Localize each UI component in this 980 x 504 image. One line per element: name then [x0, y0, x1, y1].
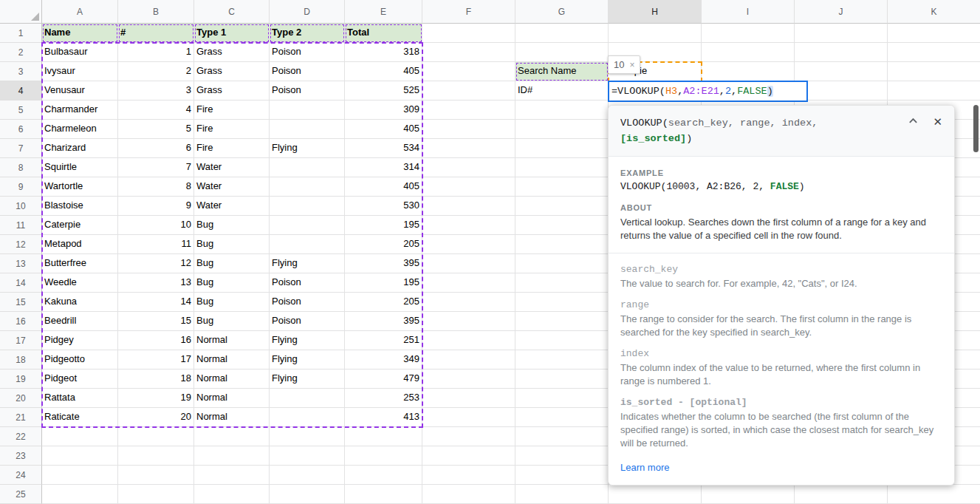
- cell-G19[interactable]: [515, 370, 609, 389]
- row-header-17[interactable]: 17: [0, 331, 42, 350]
- cell-A4[interactable]: Venusaur: [42, 81, 118, 101]
- row-header-14[interactable]: 14: [0, 273, 42, 293]
- cell-G13[interactable]: [515, 254, 609, 273]
- cell-F24[interactable]: [422, 466, 515, 485]
- collapse-icon[interactable]: [908, 116, 918, 127]
- cell-A22[interactable]: [42, 427, 118, 446]
- cell-G8[interactable]: [515, 158, 609, 177]
- cell-F19[interactable]: [422, 370, 515, 389]
- cell-E2[interactable]: 318: [345, 43, 422, 62]
- cell-G12[interactable]: [515, 235, 609, 254]
- row-header-25[interactable]: 25: [0, 485, 42, 504]
- cell-I25[interactable]: [702, 485, 795, 504]
- cell-A19[interactable]: Pidgeot: [42, 370, 118, 389]
- cell-C22[interactable]: [194, 427, 270, 446]
- column-header-E[interactable]: E: [345, 0, 422, 24]
- cell-B20[interactable]: 19: [118, 389, 194, 408]
- cell-A25[interactable]: [42, 485, 118, 504]
- cell-F14[interactable]: [422, 273, 515, 293]
- cell-B16[interactable]: 15: [118, 312, 194, 331]
- cell-B24[interactable]: [118, 466, 194, 485]
- cell-G24[interactable]: [515, 466, 609, 485]
- cell-C13[interactable]: Bug: [194, 254, 270, 273]
- cell-A7[interactable]: Charizard: [42, 139, 118, 158]
- column-header-C[interactable]: C: [194, 0, 270, 24]
- cell-E20[interactable]: 253: [345, 389, 422, 408]
- cell-E9[interactable]: 405: [345, 177, 422, 197]
- cell-F17[interactable]: [422, 331, 515, 350]
- cell-G11[interactable]: [515, 216, 609, 235]
- cell-E10[interactable]: 530: [345, 197, 422, 216]
- cell-G17[interactable]: [515, 331, 609, 350]
- row-header-10[interactable]: 10: [0, 197, 42, 216]
- cell-B13[interactable]: 12: [118, 254, 194, 273]
- cell-F16[interactable]: [422, 312, 515, 331]
- cell-F1[interactable]: [422, 24, 515, 43]
- cell-A24[interactable]: [42, 466, 118, 485]
- cell-E15[interactable]: 205: [345, 293, 422, 312]
- cell-C19[interactable]: Normal: [194, 370, 270, 389]
- cell-K1[interactable]: [888, 24, 980, 43]
- cell-F6[interactable]: [422, 120, 515, 139]
- cell-A18[interactable]: Pidgeotto: [42, 350, 118, 370]
- cell-J1[interactable]: [795, 24, 888, 43]
- cell-A13[interactable]: Butterfree: [42, 254, 118, 273]
- cell-E11[interactable]: 195: [345, 216, 422, 235]
- cell-H25[interactable]: [609, 485, 702, 504]
- cell-D2[interactable]: Poison: [270, 43, 345, 62]
- cell-F25[interactable]: [422, 485, 515, 504]
- cell-F3[interactable]: [422, 62, 515, 81]
- cell-F12[interactable]: [422, 235, 515, 254]
- cell-C17[interactable]: Normal: [194, 331, 270, 350]
- column-header-F[interactable]: F: [422, 0, 515, 24]
- cell-E7[interactable]: 534: [345, 139, 422, 158]
- cell-E19[interactable]: 479: [345, 370, 422, 389]
- cell-I2[interactable]: [702, 43, 795, 62]
- row-header-2[interactable]: 2: [0, 43, 42, 62]
- cell-G3[interactable]: Search Name: [515, 62, 609, 81]
- cell-B4[interactable]: 3: [118, 81, 194, 101]
- cell-B21[interactable]: 20: [118, 408, 194, 427]
- cell-D10[interactable]: [270, 197, 345, 216]
- cell-C24[interactable]: [194, 466, 270, 485]
- cell-F22[interactable]: [422, 427, 515, 446]
- cell-E4[interactable]: 525: [345, 81, 422, 101]
- cell-D6[interactable]: [270, 120, 345, 139]
- cell-E21[interactable]: 413: [345, 408, 422, 427]
- column-header-I[interactable]: I: [702, 0, 795, 24]
- cell-B10[interactable]: 9: [118, 197, 194, 216]
- cell-A10[interactable]: Blastoise: [42, 197, 118, 216]
- cell-G25[interactable]: [515, 485, 609, 504]
- row-header-18[interactable]: 18: [0, 350, 42, 370]
- cell-C23[interactable]: [194, 446, 270, 466]
- cell-G14[interactable]: [515, 273, 609, 293]
- cell-D14[interactable]: Poison: [270, 273, 345, 293]
- cell-A11[interactable]: Caterpie: [42, 216, 118, 235]
- cell-F9[interactable]: [422, 177, 515, 197]
- cell-D15[interactable]: Poison: [270, 293, 345, 312]
- row-header-9[interactable]: 9: [0, 177, 42, 197]
- cell-B7[interactable]: 6: [118, 139, 194, 158]
- cell-I1[interactable]: [702, 24, 795, 43]
- cell-C9[interactable]: Water: [194, 177, 270, 197]
- cell-D25[interactable]: [270, 485, 345, 504]
- cell-D7[interactable]: Flying: [270, 139, 345, 158]
- cell-C16[interactable]: Bug: [194, 312, 270, 331]
- cell-D16[interactable]: Poison: [270, 312, 345, 331]
- row-header-7[interactable]: 7: [0, 139, 42, 158]
- cell-B8[interactable]: 7: [118, 158, 194, 177]
- cell-C18[interactable]: Normal: [194, 350, 270, 370]
- vertical-scrollbar[interactable]: [973, 105, 979, 152]
- cell-B18[interactable]: 17: [118, 350, 194, 370]
- cell-C14[interactable]: Bug: [194, 273, 270, 293]
- cell-A23[interactable]: [42, 446, 118, 466]
- cell-A12[interactable]: Metapod: [42, 235, 118, 254]
- cell-G23[interactable]: [515, 446, 609, 466]
- cell-C21[interactable]: Normal: [194, 408, 270, 427]
- row-header-13[interactable]: 13: [0, 254, 42, 273]
- cell-C1[interactable]: Type 1: [194, 24, 270, 43]
- cell-G7[interactable]: [515, 139, 609, 158]
- cell-A16[interactable]: Beedrill: [42, 312, 118, 331]
- cell-B11[interactable]: 10: [118, 216, 194, 235]
- cell-G21[interactable]: [515, 408, 609, 427]
